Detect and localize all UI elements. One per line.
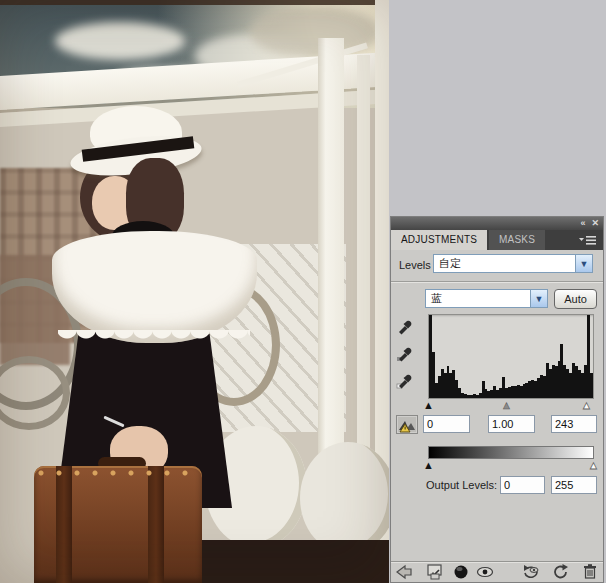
input-midtone-slider[interactable]: ▲ xyxy=(501,400,512,410)
preset-value: 自定 xyxy=(434,256,575,271)
collapse-to-icons-icon[interactable]: « xyxy=(580,219,585,228)
white-point-eyedropper-icon[interactable] xyxy=(396,371,414,389)
photo-vignette xyxy=(0,0,389,583)
input-highlight-field[interactable] xyxy=(551,415,597,433)
output-levels-label: Output Levels: xyxy=(421,479,497,491)
close-icon[interactable]: ✕ xyxy=(591,219,599,228)
input-shadow-field[interactable] xyxy=(423,415,470,433)
output-gradient-bar xyxy=(428,446,594,459)
black-point-eyedropper-icon[interactable] xyxy=(396,317,414,335)
input-shadow-slider[interactable]: ▲ xyxy=(423,400,434,410)
panel-tabs: ADJUSTMENTS MASKS xyxy=(391,230,603,250)
output-shadow-field[interactable] xyxy=(500,476,545,494)
panel-menu-icon[interactable] xyxy=(579,235,597,246)
levels-histogram[interactable] xyxy=(428,314,594,399)
reset-adjustment-icon[interactable] xyxy=(552,563,572,581)
divider xyxy=(391,561,603,562)
return-arrow-icon[interactable] xyxy=(394,563,414,581)
auto-button[interactable]: Auto xyxy=(554,289,597,309)
panel-footer-toolbar xyxy=(391,563,603,582)
expanded-view-icon[interactable] xyxy=(425,563,445,581)
output-shadow-slider[interactable]: ▲ xyxy=(423,460,434,470)
tab-adjustments[interactable]: ADJUSTMENTS xyxy=(391,230,487,250)
view-previous-state-icon[interactable] xyxy=(521,563,541,581)
tab-masks[interactable]: MASKS xyxy=(489,230,545,250)
visibility-eye-icon[interactable] xyxy=(476,563,496,581)
output-highlight-slider[interactable]: ▲ xyxy=(588,460,599,470)
input-highlight-slider[interactable]: ▲ xyxy=(581,400,592,410)
levels-label: Levels xyxy=(399,259,431,271)
document-canvas[interactable] xyxy=(0,0,389,583)
chevron-down-icon: ▼ xyxy=(530,290,547,307)
preset-dropdown[interactable]: 自定 ▼ xyxy=(433,254,593,273)
panel-title-bar: « ✕ xyxy=(391,217,603,230)
recalculate-histogram-icon[interactable] xyxy=(396,415,418,434)
chevron-down-icon: ▼ xyxy=(575,255,592,272)
input-midtone-field[interactable] xyxy=(488,415,535,433)
channel-value: 蓝 xyxy=(426,291,530,306)
divider xyxy=(391,281,603,282)
levels-header-row: Levels 自定 ▼ xyxy=(391,250,603,281)
channel-dropdown[interactable]: 蓝 ▼ xyxy=(425,289,548,308)
photoshop-workspace: « ✕ ADJUSTMENTS MASKS Levels 自定 ▼ xyxy=(0,0,606,583)
delete-adjustment-icon[interactable] xyxy=(582,563,602,581)
output-highlight-field[interactable] xyxy=(551,476,597,494)
clip-to-layer-icon[interactable] xyxy=(452,563,472,581)
gray-point-eyedropper-icon[interactable] xyxy=(396,344,414,362)
eyedropper-group xyxy=(396,317,414,389)
histogram-bars xyxy=(429,315,593,398)
adjustments-panel: « ✕ ADJUSTMENTS MASKS Levels 自定 ▼ xyxy=(390,216,604,583)
